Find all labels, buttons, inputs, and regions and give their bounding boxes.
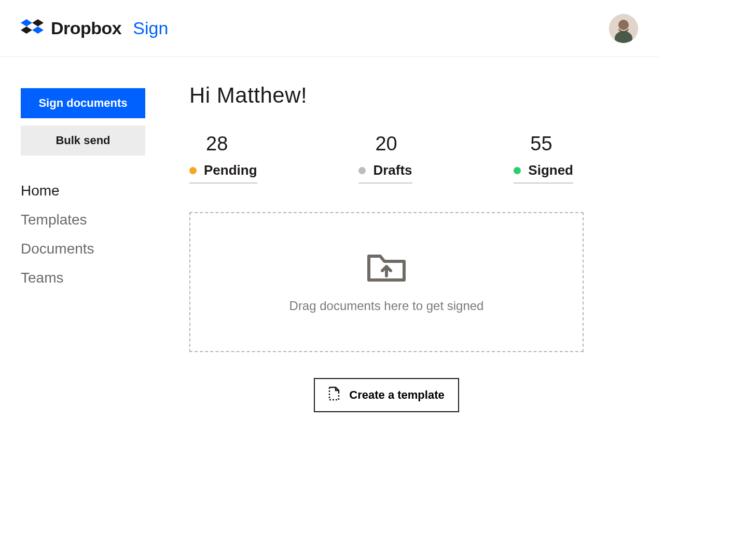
stat-drafts-value: 20 <box>358 133 412 155</box>
status-dot-drafts <box>358 167 366 174</box>
dropzone-text: Drag documents here to get signed <box>289 299 484 313</box>
brand-logo[interactable]: Dropbox Sign <box>21 18 168 38</box>
create-template-button[interactable]: Create a template <box>314 378 459 412</box>
nav-teams[interactable]: Teams <box>21 263 148 292</box>
stat-pending-label: Pending <box>204 162 257 178</box>
upload-dropzone[interactable]: Drag documents here to get signed <box>189 212 584 352</box>
stat-signed-label: Signed <box>528 162 573 178</box>
user-avatar[interactable] <box>609 14 638 43</box>
dropbox-icon <box>21 19 44 38</box>
nav-documents[interactable]: Documents <box>21 234 148 263</box>
main-content: Hi Matthew! 28 Pending 20 Drafts 55 <box>169 57 659 412</box>
brand-name: Dropbox <box>51 18 121 38</box>
svg-point-5 <box>618 20 629 30</box>
status-dot-pending <box>189 167 197 174</box>
stat-drafts-label: Drafts <box>373 162 412 178</box>
sidebar: Sign documents Bulk send Home Templates … <box>0 57 169 412</box>
svg-marker-2 <box>21 26 32 34</box>
create-template-label: Create a template <box>349 388 444 402</box>
nav-templates[interactable]: Templates <box>21 205 148 234</box>
stat-pending[interactable]: 28 Pending <box>189 133 257 184</box>
brand-product: Sign <box>133 18 168 38</box>
stat-pending-value: 28 <box>189 133 257 155</box>
stat-signed-value: 55 <box>514 133 573 155</box>
stat-drafts[interactable]: 20 Drafts <box>358 133 412 184</box>
svg-marker-3 <box>32 26 44 34</box>
stat-signed[interactable]: 55 Signed <box>514 133 573 184</box>
status-dot-signed <box>514 167 521 174</box>
stats-row: 28 Pending 20 Drafts 55 Signed <box>189 133 573 184</box>
template-file-icon <box>328 386 340 404</box>
sign-documents-button[interactable]: Sign documents <box>21 88 145 118</box>
bulk-send-button[interactable]: Bulk send <box>21 125 145 156</box>
top-header: Dropbox Sign <box>0 0 659 57</box>
svg-marker-1 <box>32 19 44 26</box>
sidebar-nav: Home Templates Documents Teams <box>21 176 148 292</box>
upload-folder-icon <box>366 251 407 286</box>
greeting-text: Hi Matthew! <box>189 83 633 108</box>
svg-marker-0 <box>21 19 32 26</box>
nav-home[interactable]: Home <box>21 176 148 205</box>
